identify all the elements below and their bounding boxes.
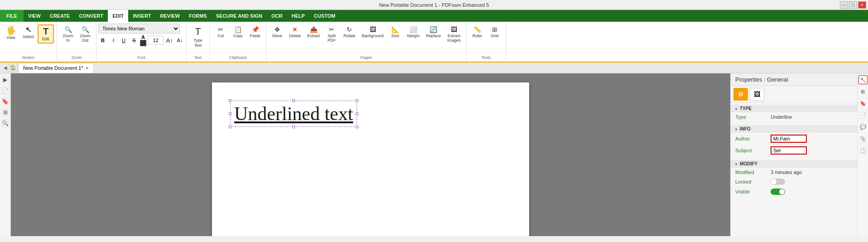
menu-file[interactable]: FILE [0, 10, 24, 22]
grid-btn[interactable]: ⊞ Grid [487, 24, 503, 40]
image-icon: 🖼 [754, 91, 760, 98]
rotate-btn[interactable]: ↻ Rotate [341, 24, 358, 40]
zoom-in-btn[interactable]: 🔍 ZoomIn [60, 24, 76, 44]
font-shrink-btn[interactable]: A↓ [175, 36, 184, 45]
panel-tab-settings[interactable]: ⚙ [733, 88, 748, 101]
menu-create[interactable]: CREATE [45, 10, 74, 22]
select-btn[interactable]: ↖ Select [20, 24, 37, 41]
edit-btn[interactable]: T Edit [38, 24, 54, 44]
panel-row-author: Author [731, 133, 857, 145]
subject-input[interactable] [771, 146, 807, 155]
ruler-btn[interactable]: 📏 Ruler [469, 24, 486, 40]
edit-icon: T [43, 27, 48, 36]
size-btn[interactable]: 📐 Size [387, 24, 404, 40]
menu-ocr[interactable]: OCR [267, 10, 287, 22]
left-sidebar: ▶ 📄 🔖 ⊞ 🔍 [0, 73, 11, 236]
handle-tm[interactable] [292, 99, 295, 102]
locked-toggle[interactable] [771, 179, 785, 185]
panel-row-subject: Subject [731, 145, 857, 156]
panel-section-info-header: INFO [731, 125, 857, 133]
tab-nav-prev[interactable]: ◀ [2, 64, 9, 72]
panel-section-modify: MODIFY Modified 3 minutes ago Locked Vis… [731, 158, 857, 198]
italic-btn[interactable]: I [109, 36, 118, 45]
underline-btn[interactable]: U [119, 36, 128, 45]
menu-custom[interactable]: CUSTOM [309, 10, 340, 22]
handle-bl[interactable] [229, 126, 231, 128]
document-text[interactable]: Underlined text [234, 103, 353, 124]
select-icon: ↖ [25, 26, 31, 34]
minimize-btn[interactable]: — [840, 1, 848, 9]
tab-doc1-close[interactable]: ✕ [85, 66, 89, 71]
menu-view[interactable]: VIEW [24, 10, 45, 22]
extract-images-btn[interactable]: 🖼 ExtractImages [444, 24, 463, 44]
zoom-out-btn[interactable]: 🔍 ZoomOut [77, 24, 93, 44]
handle-br[interactable] [356, 126, 358, 128]
tab-home-btn[interactable]: 🏠 [9, 64, 17, 72]
view-icon: 🖐 [6, 26, 16, 34]
sidebar-expand-btn[interactable]: ▶ [1, 75, 10, 84]
far-right-comment-btn[interactable]: 💬 [858, 122, 868, 131]
ribbon-group-modes: 🖐 View ↖ Select T Edit Modes [0, 23, 57, 61]
handle-mr[interactable] [356, 112, 358, 115]
type-text-btn[interactable]: T Type Text [189, 24, 207, 49]
tab-doc1[interactable]: New Portable Document 1* ✕ [18, 63, 94, 73]
split-pdf-btn[interactable]: ✂ SplitPDF [323, 24, 340, 44]
font-family-select[interactable]: Times New Roman Arial Helvetica [98, 24, 180, 34]
menu-convert[interactable]: CONVERT [74, 10, 108, 22]
delete-btn[interactable]: ✕ Delete [286, 24, 304, 40]
visible-toggle[interactable] [771, 189, 785, 195]
properties-panel-title: Properties : General [731, 73, 857, 86]
view-btn[interactable]: 🖐 View [3, 24, 19, 42]
background-icon: 🖼 [370, 26, 376, 33]
zoom-out-icon: 🔍 [82, 26, 89, 33]
handle-ml[interactable] [229, 112, 231, 115]
sidebar-search-btn[interactable]: 🔍 [1, 119, 10, 128]
far-right-wrench-btn[interactable]: 🔧 [858, 75, 868, 84]
layers-icon: ⊞ [861, 89, 865, 95]
far-right-attachment-btn[interactable]: 📎 [858, 134, 868, 143]
far-right-bookmark-btn[interactable]: 🔖 [858, 99, 868, 108]
handle-bm[interactable] [292, 126, 295, 128]
font-grow-btn[interactable]: A↑ [165, 36, 174, 45]
panel-section-info: INFO Author Subject [731, 123, 857, 158]
comment-icon: 💬 [860, 124, 866, 130]
main-area: ▶ 📄 🔖 ⊞ 🔍 Underlined text [0, 73, 868, 236]
sidebar-layers-btn[interactable]: ⊞ [1, 108, 10, 117]
menu-insert[interactable]: INSERT [128, 10, 155, 22]
menu-secure[interactable]: SECURE AND SIGN [212, 10, 267, 22]
menu-review[interactable]: REVIEW [156, 10, 184, 22]
document-page: Underlined text [212, 82, 529, 236]
panel-section-modify-header: MODIFY [731, 160, 857, 168]
menu-edit[interactable]: EDIT [108, 10, 128, 22]
far-right-pages-btn[interactable]: 📄 [858, 111, 868, 120]
bold-btn[interactable]: B [98, 36, 107, 45]
rotate-icon: ↻ [347, 26, 352, 33]
extract-btn[interactable]: 📤 Extract [304, 24, 323, 40]
menu-help[interactable]: HELP [287, 10, 309, 22]
maximize-btn[interactable]: □ [849, 1, 857, 9]
copy-btn[interactable]: 📋 Copy [230, 24, 246, 40]
selection-border: Underlined text [230, 101, 357, 127]
cut-btn[interactable]: ✂ Cut [212, 24, 229, 40]
handle-tr[interactable] [356, 99, 358, 102]
author-input[interactable] [771, 135, 807, 143]
page-area[interactable]: Underlined text [11, 73, 730, 236]
far-right-clock-btn[interactable]: 🕐 [858, 146, 868, 155]
close-btn[interactable]: ✕ [858, 1, 866, 9]
font-size-input[interactable] [148, 36, 164, 45]
handle-tl[interactable] [229, 99, 231, 102]
sidebar-page-thumb-btn[interactable]: 📄 [1, 86, 10, 95]
move-btn[interactable]: ✥ Move [269, 24, 285, 40]
paste-btn[interactable]: 📌 Paste [247, 24, 263, 40]
font-color-btn[interactable]: A [140, 34, 146, 46]
panel-tab-image[interactable]: 🖼 [750, 88, 764, 101]
margin-btn[interactable]: ⬜ Margin [405, 24, 423, 40]
window-controls: — □ ✕ [840, 1, 866, 9]
replace-btn[interactable]: 🔄 Replace [423, 24, 444, 40]
tab-doc1-label: New Portable Document 1* [23, 65, 83, 71]
menu-forms[interactable]: FORMS [184, 10, 212, 22]
far-right-layers-btn[interactable]: ⊞ [858, 87, 868, 96]
sidebar-bookmark-btn[interactable]: 🔖 [1, 97, 10, 106]
background-btn[interactable]: 🖼 Background [359, 24, 386, 40]
strikethrough-btn[interactable]: S [130, 36, 139, 45]
